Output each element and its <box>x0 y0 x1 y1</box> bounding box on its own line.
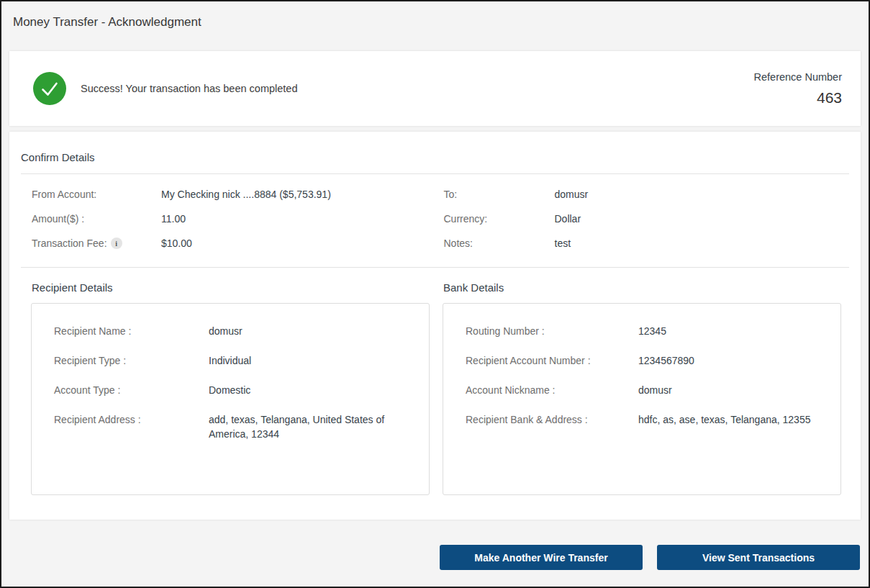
field-account-type: Account Type : Domestic <box>54 383 409 397</box>
field-value: 11.00 <box>161 213 186 225</box>
field-label: To: <box>444 189 555 200</box>
field-value: 12345 <box>638 324 820 338</box>
field-value: My Checking nick ....8884 ($5,753.91) <box>161 189 331 200</box>
field-value: domusr <box>555 189 589 200</box>
field-label: From Account: <box>32 189 161 200</box>
field-label: Recipient Type : <box>54 353 209 368</box>
field-label: Amount($) : <box>32 213 161 225</box>
reference-number-label: Reference Number <box>754 71 843 83</box>
field-label: Recipient Address : <box>54 412 209 427</box>
reference-number-block: Reference Number 463 <box>754 71 861 107</box>
field-value: hdfc, as, ase, texas, Telangana, 12355 <box>638 412 820 427</box>
recipient-details-section: Recipient Details Recipient Name : domus… <box>31 268 430 495</box>
field-value: 1234567890 <box>638 353 820 368</box>
field-routing-number: Routing Number : 12345 <box>466 324 820 338</box>
make-another-wire-transfer-button[interactable]: Make Another Wire Transfer <box>440 545 643 570</box>
field-label: Notes: <box>444 238 555 249</box>
recipient-details-box: Recipient Name : domusr Recipient Type :… <box>31 303 430 495</box>
field-recipient-name: Recipient Name : domusr <box>54 324 409 338</box>
bank-details-box: Routing Number : 12345 Recipient Account… <box>443 303 841 495</box>
field-value: Domestic <box>209 383 409 397</box>
page-title: Money Transfer - Acknowledgment <box>1 1 869 51</box>
field-label: Routing Number : <box>466 324 638 338</box>
field-to: To: domusr <box>435 182 861 207</box>
field-label: Account Nickname : <box>466 383 638 397</box>
field-account-nickname: Account Nickname : domusr <box>466 383 820 397</box>
bank-details-heading: Bank Details <box>443 281 841 294</box>
field-recipient-address: Recipient Address : add, texas, Telangan… <box>54 412 409 441</box>
field-currency: Currency: Dollar <box>435 207 861 231</box>
field-value: domusr <box>209 324 409 338</box>
field-recipient-bank-address: Recipient Bank & Address : hdfc, as, ase… <box>466 412 820 427</box>
field-recipient-type: Recipient Type : Individual <box>54 353 409 368</box>
field-from-account: From Account: My Checking nick ....8884 … <box>9 182 435 207</box>
confirm-details-heading: Confirm Details <box>9 132 861 173</box>
confirm-details-fields: From Account: My Checking nick ....8884 … <box>9 174 861 255</box>
field-value: domusr <box>638 383 820 397</box>
info-icon[interactable]: i <box>111 238 122 249</box>
field-label: Recipient Account Number : <box>466 353 638 368</box>
success-check-icon <box>33 72 66 105</box>
field-label: Recipient Bank & Address : <box>466 412 638 427</box>
field-transaction-fee: Transaction Fee: i $10.00 <box>9 231 435 255</box>
details-card: Confirm Details From Account: My Checkin… <box>9 132 861 520</box>
field-label: Currency: <box>444 213 555 225</box>
field-value: test <box>555 238 571 249</box>
field-value: Dollar <box>555 213 581 225</box>
success-message: Success! Your transaction has been compl… <box>81 83 297 94</box>
field-label: Recipient Name : <box>54 324 209 338</box>
field-amount: Amount($) : 11.00 <box>9 207 435 231</box>
view-sent-transactions-button[interactable]: View Sent Transactions <box>657 545 860 570</box>
field-label: Transaction Fee: <box>32 238 107 249</box>
bank-details-section: Bank Details Routing Number : 12345 Reci… <box>443 268 841 495</box>
field-label: Account Type : <box>54 383 209 397</box>
field-value: add, texas, Telangana, United States of … <box>209 412 409 441</box>
field-value: Individual <box>209 353 409 368</box>
recipient-details-heading: Recipient Details <box>32 281 430 294</box>
action-buttons: Make Another Wire Transfer View Sent Tra… <box>1 545 860 570</box>
field-notes: Notes: test <box>435 231 861 255</box>
reference-number-value: 463 <box>754 89 843 107</box>
success-banner: Success! Your transaction has been compl… <box>9 51 861 126</box>
field-recipient-account-number: Recipient Account Number : 1234567890 <box>466 353 820 368</box>
field-value: $10.00 <box>161 238 192 249</box>
